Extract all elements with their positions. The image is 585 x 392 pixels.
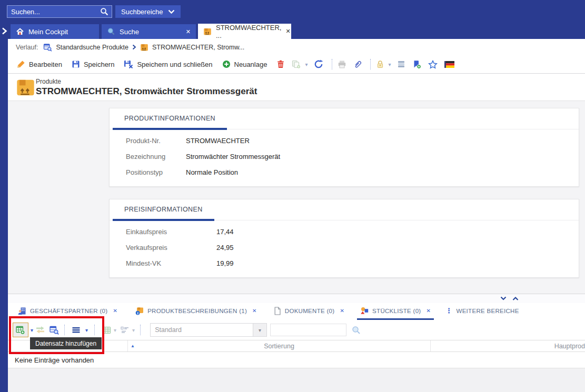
close-icon[interactable]: ✕: [113, 308, 117, 314]
column-sortierung[interactable]: ▲ Sortierung: [128, 340, 431, 351]
tab-mein-cockpit[interactable]: Mein Cockpit: [11, 24, 99, 39]
field-row: Mindest-VK19,99: [126, 255, 579, 271]
breadcrumb-item-record[interactable]: STROMWAECHTER, Stromw...: [152, 44, 244, 51]
language-button[interactable]: [444, 61, 454, 68]
section-title-tab[interactable]: PRODUKTINFORMATIONEN: [113, 108, 227, 130]
view-select-input[interactable]: [150, 323, 253, 337]
dossier-button[interactable]: [397, 60, 405, 68]
delete-button[interactable]: [276, 60, 285, 68]
grid-view-button[interactable]: [102, 326, 111, 334]
field-row: Einkaufspreis17,44: [126, 224, 579, 239]
print-button[interactable]: [338, 60, 346, 68]
tooltip: Datensatz hinzufügen: [30, 337, 102, 349]
tab-stueckliste[interactable]: STÜCKLISTE (0) ✕: [357, 303, 434, 320]
favorite-button[interactable]: [428, 60, 438, 69]
lock-icon: [376, 60, 384, 68]
field-row: BezeichnungStromwächter Strommessgerät: [126, 148, 579, 164]
pencil-icon: [17, 60, 25, 68]
record-view: Verlauf: Standardsuche Produkte STROMWAE…: [8, 39, 585, 392]
tab-produktbeschreibungen[interactable]: PRODUKTBESCHREIBUNGEN (1) ✕: [132, 303, 260, 320]
copy-button[interactable]: [292, 60, 301, 68]
top-bar: Suchbereiche: [0, 0, 585, 23]
field-row: Verkaufspreis24,95: [126, 239, 579, 255]
search-input[interactable]: [7, 8, 100, 16]
view-select-dropdown[interactable]: ▾: [253, 323, 267, 337]
transfer-arrows-icon: [35, 326, 45, 334]
close-icon[interactable]: ✕: [186, 28, 191, 35]
add-record-dropdown-chevron[interactable]: ▾: [31, 327, 33, 333]
field-label: Bezeichnung: [126, 153, 186, 160]
save-and-close-label: Speichern und schließen: [137, 61, 212, 68]
field-list: Einkaufspreis17,44 Verkaufspreis24,95 Mi…: [110, 220, 579, 271]
menu-button[interactable]: [72, 326, 80, 334]
bookmark-add-button[interactable]: [412, 60, 421, 69]
tab-label: STROMWAECHTER, ...: [216, 24, 281, 39]
lock-button[interactable]: [376, 60, 384, 68]
parts-list-icon: [360, 307, 369, 315]
edit-button[interactable]: Bearbeiten: [17, 60, 62, 68]
toolbar-separator: [140, 325, 141, 335]
close-icon[interactable]: ✕: [427, 308, 431, 314]
breadcrumb-item-search[interactable]: Standardsuche Produkte: [56, 44, 128, 51]
copy-dropdown-chevron[interactable]: ▾: [305, 62, 308, 67]
refresh-button[interactable]: [314, 59, 324, 69]
breadcrumb: Verlauf: Standardsuche Produkte STROMWAE…: [8, 39, 585, 55]
collapse-down-button[interactable]: [500, 296, 507, 301]
search-tab-icon: [107, 27, 115, 36]
document-icon: [274, 307, 281, 315]
tab-weitere-bereiche[interactable]: ⋮ WEITERE BEREICHE: [442, 303, 522, 320]
group-view-button[interactable]: [121, 326, 129, 334]
tab-label: PRODUKTBESCHREIBUNGEN (1): [147, 308, 247, 314]
table-search-icon: [49, 326, 59, 335]
tab-dokumente[interactable]: DOKUMENTE (0) ✕: [271, 303, 348, 320]
search-icon[interactable]: [100, 7, 108, 16]
tab-stromwaechter[interactable]: STROMWAECHTER, ... ✕: [198, 24, 291, 39]
record-toolbar: Bearbeiten Speichern Speichern und schli…: [8, 55, 585, 74]
search-scope-label: Suchbereiche: [121, 8, 163, 16]
field-value: Normale Position: [186, 168, 238, 176]
group-dropdown-chevron[interactable]: ▾: [132, 327, 135, 333]
field-value: 17,44: [216, 228, 234, 236]
transfer-button[interactable]: [35, 326, 45, 334]
save-and-close-button[interactable]: Speichern und schließen: [124, 60, 212, 68]
tab-label: WEITERE BEREICHE: [457, 308, 519, 314]
column-hauptprodukt[interactable]: Hauptprod: [431, 340, 585, 351]
field-row: PositionstypNormale Position: [126, 164, 579, 180]
open-search-button[interactable]: [49, 326, 59, 335]
record-title: STROMWAECHTER, Stromwächter Strommessger…: [36, 86, 257, 97]
section-header: PREISINFORMATIONEN: [110, 199, 579, 220]
save-button[interactable]: Speichern: [72, 60, 115, 68]
menu-dropdown-chevron[interactable]: ▾: [85, 327, 88, 333]
attachment-button[interactable]: [353, 60, 362, 68]
add-record-button[interactable]: [13, 323, 28, 337]
tab-label: DOKUMENTE (0): [285, 308, 335, 314]
expand-up-button[interactable]: [512, 296, 519, 301]
list-search-input[interactable]: [270, 324, 346, 336]
close-icon[interactable]: ✕: [340, 308, 344, 314]
field-value: 24,95: [216, 244, 234, 252]
trash-icon: [276, 60, 285, 68]
tab-geschaeftspartner[interactable]: GESCHÄFTSPARTNER (0) ✕: [15, 303, 121, 320]
search-scope-button[interactable]: Suchbereiche: [115, 5, 181, 18]
close-icon[interactable]: ✕: [252, 308, 257, 314]
field-label: Mindest-VK: [126, 259, 216, 267]
field-value: 19,99: [216, 259, 234, 267]
home-icon: [16, 27, 24, 36]
sort-asc-icon: ▲: [131, 344, 135, 348]
tab-suche[interactable]: Suche ✕: [102, 24, 196, 39]
business-partner-icon: [18, 307, 26, 315]
lock-dropdown-chevron[interactable]: ▾: [388, 62, 391, 67]
record-type-label: Produkte: [36, 78, 61, 85]
new-record-button[interactable]: Neuanlage: [222, 60, 267, 68]
tab-overflow-chevron-icon[interactable]: [2, 27, 7, 35]
close-icon[interactable]: ✕: [285, 28, 290, 35]
product-info-icon: [135, 307, 144, 315]
edit-label: Bearbeiten: [29, 61, 62, 68]
breadcrumb-label: Verlauf:: [16, 44, 38, 51]
list-search-button[interactable]: [352, 326, 361, 335]
group-list-icon: [121, 326, 129, 334]
section-title-tab[interactable]: PREISINFORMATIONEN: [113, 199, 214, 221]
grid-dropdown-chevron[interactable]: ▾: [114, 327, 116, 333]
field-value: Stromwächter Strommessgerät: [186, 153, 280, 160]
global-search-box[interactable]: [7, 5, 112, 18]
